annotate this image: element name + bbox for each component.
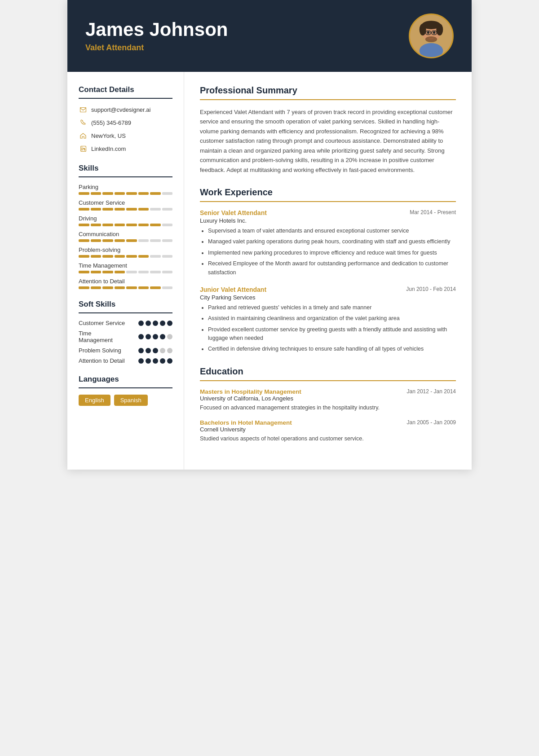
skill-customer-service: Customer Service [79, 199, 172, 211]
candidate-title: Valet Attendant [85, 43, 228, 53]
edu-2-school: Cornell University [200, 426, 456, 433]
edu-1: Masters in Hospitality Management Jan 20… [200, 388, 456, 412]
job-1-bullet-2: Managed valet parking operations during … [208, 237, 456, 246]
experience-title: Work Experience [200, 187, 456, 198]
job-1-bullet-1: Supervised a team of valet attendants an… [208, 227, 456, 235]
header: James Johnson Valet Attendant [67, 0, 472, 72]
language-tags: English Spanish [79, 395, 172, 406]
education-section: Education Masters in Hospitality Managem… [200, 366, 456, 444]
job-1-bullets: Supervised a team of valet attendants an… [200, 227, 456, 277]
job-1-company: Luxury Hotels Inc. [200, 217, 456, 224]
avatar [409, 13, 454, 58]
job-2-dates: Jun 2010 - Feb 2014 [406, 286, 456, 292]
summary-title: Professional Summary [200, 85, 456, 96]
job-1-dates: Mar 2014 - Present [410, 209, 456, 215]
job-2: Junior Valet Attendant Jun 2010 - Feb 20… [200, 286, 456, 354]
job-2-title: Junior Valet Attendant [200, 286, 266, 293]
skill-time-management: Time Management [79, 262, 172, 273]
job-1-title: Senior Valet Attendant [200, 209, 267, 216]
skill-parking: Parking [79, 184, 172, 195]
summary-section: Professional Summary Experienced Valet A… [200, 85, 456, 175]
soft-skills-section: Soft Skills Customer Service TimeManagem… [79, 300, 172, 364]
summary-text: Experienced Valet Attendant with 7 years… [200, 107, 456, 175]
svg-point-5 [436, 24, 443, 35]
edu-2: Bachelors in Hotel Management Jan 2005 -… [200, 419, 456, 443]
email-text: support@cvdesigner.ai [91, 106, 150, 113]
dots-problem [138, 348, 172, 353]
languages-title: Languages [79, 375, 172, 384]
job-1-bullet-3: Implemented new parking procedures to im… [208, 249, 456, 257]
job-1: Senior Valet Attendant Mar 2014 - Presen… [200, 209, 456, 277]
contact-title: Contact Details [79, 85, 172, 94]
edu-1-desc: Focused on advanced management strategie… [200, 404, 456, 412]
skill-driving: Driving [79, 215, 172, 226]
skill-bar-parking [79, 192, 172, 195]
sidebar: Contact Details support@cvdesigner.ai [67, 72, 184, 470]
skill-bar-customer [79, 208, 172, 211]
education-title: Education [200, 366, 456, 377]
dots-attention [138, 358, 172, 364]
job-2-bullet-3: Provided excellent customer service by g… [208, 325, 456, 343]
soft-skills-divider [79, 312, 172, 313]
summary-divider [200, 99, 456, 100]
soft-skills-title: Soft Skills [79, 300, 172, 309]
job-2-bullets: Parked and retrieved guests' vehicles in… [200, 303, 456, 354]
skill-bar-communication [79, 239, 172, 242]
job-2-bullet-2: Assisted in maintaining cleanliness and … [208, 314, 456, 323]
svg-point-15 [81, 146, 82, 147]
lang-spanish: Spanish [114, 395, 148, 406]
home-icon [79, 131, 88, 140]
soft-skill-customer: Customer Service [79, 320, 172, 326]
resume-wrapper: James Johnson Valet Attendant [67, 0, 472, 470]
contact-section: Contact Details support@cvdesigner.ai [79, 85, 172, 153]
contact-location: NewYork, US [79, 131, 172, 140]
lang-english: English [79, 395, 110, 406]
job-2-company: City Parking Services [200, 294, 456, 301]
edu-2-dates: Jan 2005 - Jan 2009 [407, 419, 456, 426]
skill-bar-attention [79, 286, 172, 289]
location-text: NewYork, US [91, 132, 126, 139]
experience-divider [200, 201, 456, 202]
contact-divider [79, 98, 172, 99]
languages-section: Languages English Spanish [79, 375, 172, 406]
dots-customer [138, 321, 172, 326]
skill-communication: Communication [79, 231, 172, 242]
contact-phone: (555) 345-6789 [79, 118, 172, 127]
svg-rect-12 [80, 107, 86, 112]
edu-1-degree: Masters in Hospitality Management [200, 388, 301, 395]
phone-text: (555) 345-6789 [91, 119, 131, 126]
contact-linkedin: LinkedIn.com [79, 144, 172, 153]
skill-bar-driving [79, 224, 172, 226]
envelope-icon [79, 105, 88, 114]
skill-bar-time [79, 271, 172, 273]
linkedin-text: LinkedIn.com [91, 145, 126, 152]
skills-divider [79, 176, 172, 177]
job-2-header: Junior Valet Attendant Jun 2010 - Feb 20… [200, 286, 456, 293]
job-1-header: Senior Valet Attendant Mar 2014 - Presen… [200, 209, 456, 216]
linkedin-icon [79, 144, 88, 153]
phone-icon [79, 118, 88, 127]
skill-problem-solving: Problem-solving [79, 246, 172, 258]
svg-point-11 [425, 36, 437, 42]
education-divider [200, 380, 456, 381]
soft-skill-attention: Attention to Detail [79, 357, 172, 364]
svg-point-6 [427, 31, 430, 34]
header-left: James Johnson Valet Attendant [85, 19, 228, 52]
dots-time [138, 334, 172, 339]
skill-bar-problem [79, 255, 172, 258]
soft-skill-time: TimeManagement [79, 330, 172, 343]
experience-section: Work Experience Senior Valet Attendant M… [200, 187, 456, 354]
skills-title: Skills [79, 164, 172, 173]
job-2-bullet-1: Parked and retrieved guests' vehicles in… [208, 303, 456, 312]
main-content: Professional Summary Experienced Valet A… [184, 72, 472, 470]
edu-1-school: University of California, Los Angeles [200, 395, 456, 402]
edu-1-dates: Jan 2012 - Jan 2014 [407, 388, 456, 395]
svg-point-1 [420, 43, 443, 58]
job-1-bullet-4: Received Employee of the Month award for… [208, 259, 456, 277]
languages-divider [79, 387, 172, 388]
candidate-name: James Johnson [85, 19, 228, 40]
svg-point-4 [420, 24, 426, 35]
edu-1-header: Masters in Hospitality Management Jan 20… [200, 388, 456, 395]
svg-point-7 [433, 31, 436, 34]
edu-2-header: Bachelors in Hotel Management Jan 2005 -… [200, 419, 456, 426]
